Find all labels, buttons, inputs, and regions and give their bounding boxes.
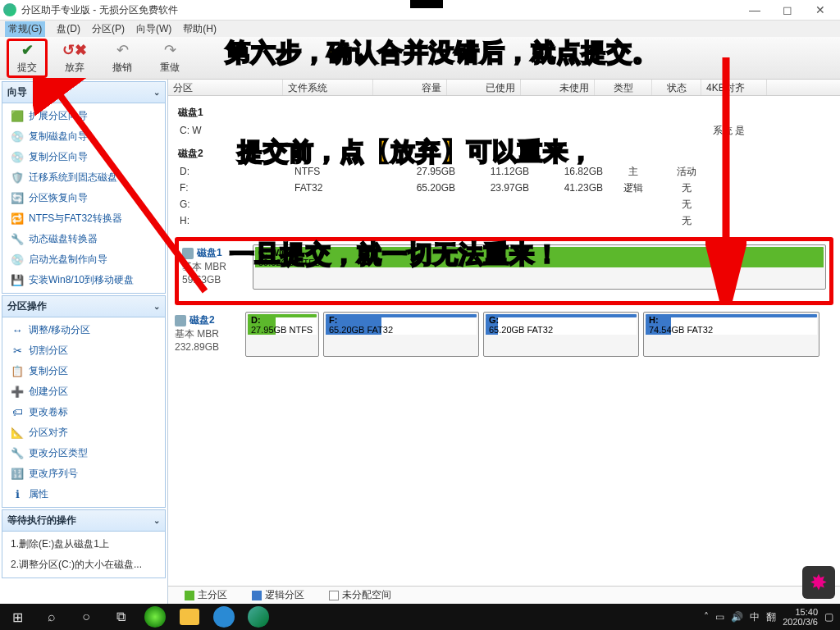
annotation-step6: 第六步，确认合并没错后，就点提交。 <box>226 36 658 70</box>
close-button[interactable]: ✕ <box>804 1 837 19</box>
menu-disk[interactable]: 盘(D) <box>57 22 80 36</box>
check-icon: ✔ <box>18 41 36 59</box>
tray-up-icon[interactable]: ˄ <box>704 611 709 623</box>
sidebar-item[interactable]: ➕创建分区 <box>2 381 165 402</box>
redo-icon: ↷ <box>161 41 179 59</box>
taskbar: ⊞ ⌕ ○ ⧉ ˄ ▭ 🔊 中 翻 15:402020/3/6 ▢ <box>0 604 840 630</box>
tray-display-icon[interactable]: ▭ <box>715 611 724 623</box>
watermark-icon: ✸ <box>802 566 835 599</box>
window-title: 分区助手专业版 - 无损分区免费软件 <box>21 3 738 17</box>
arrow-to-submit-icon <box>33 78 221 308</box>
panel-partition-ops: 分区操作⌄ ↔调整/移动分区✂切割分区📋复制分区➕创建分区🏷更改卷标📐分区对齐🔧… <box>2 295 166 508</box>
legend-primary: 主分区 <box>185 588 227 602</box>
item-icon: ➕ <box>11 386 24 399</box>
partition-bar[interactable]: F:65.20GB FAT32 <box>323 312 479 357</box>
taskbar-explorer[interactable] <box>172 604 207 630</box>
menu-help[interactable]: 帮助(H) <box>183 22 217 36</box>
item-icon: 🏷 <box>11 406 24 419</box>
maximize-button[interactable]: ◻ <box>771 1 804 19</box>
item-icon: 🔁 <box>11 212 24 226</box>
sidebar-item[interactable]: ↔调整/移动分区 <box>2 320 165 340</box>
tray-ime2[interactable]: 翻 <box>766 610 776 624</box>
taskbar-app3[interactable] <box>207 604 241 630</box>
sidebar-item[interactable]: 🔧更改分区类型 <box>2 443 165 463</box>
menu-bar: 常规(G) 盘(D) 分区(P) 向导(W) 帮助(H) <box>0 21 840 37</box>
item-icon: 🔄 <box>11 192 24 205</box>
col-free[interactable]: 未使用 <box>521 80 595 95</box>
undo-button[interactable]: ↶ 撤销 <box>102 39 143 78</box>
sidebar-item[interactable]: 🔢更改序列号 <box>2 463 165 484</box>
disk-icon <box>175 315 186 326</box>
taskview-button[interactable]: ⧉ <box>103 604 138 630</box>
sidebar-item[interactable]: ✂切割分区 <box>2 340 165 361</box>
item-icon: ℹ <box>11 488 24 501</box>
col-used[interactable]: 已使用 <box>447 80 521 95</box>
disk-info: 磁盘2基本 MBR232.89GB <box>175 312 240 357</box>
partition-bar[interactable]: G:65.20GB FAT32 <box>483 312 639 357</box>
legend: 主分区 逻辑分区 未分配空间 <box>168 586 840 604</box>
annotation-discard: 提交前，点【放弃】可以重来， <box>238 135 594 169</box>
start-button[interactable]: ⊞ <box>0 604 34 630</box>
legend-unalloc: 未分配空间 <box>329 588 391 602</box>
sidebar-item[interactable]: 📐分区对齐 <box>2 422 165 443</box>
cortana-button[interactable]: ○ <box>69 604 103 630</box>
menu-wizard[interactable]: 向导(W) <box>136 22 171 36</box>
tray-clock[interactable]: 15:402020/3/6 <box>783 607 818 627</box>
item-icon: 🔧 <box>11 447 24 460</box>
app-logo-icon <box>3 3 16 16</box>
sidebar-item[interactable]: ℹ属性 <box>2 484 165 504</box>
tray-volume-icon[interactable]: 🔊 <box>731 611 743 623</box>
item-icon: ✂ <box>11 345 24 358</box>
x-icon: ↺✖ <box>66 41 84 59</box>
arrow-down-icon <box>705 57 746 304</box>
item-icon: 💿 <box>11 253 24 267</box>
item-icon: 🔢 <box>11 468 24 481</box>
item-icon: 💾 <box>11 274 24 287</box>
system-tray: ˄ ▭ 🔊 中 翻 15:402020/3/6 ▢ <box>704 607 840 627</box>
item-icon: 💿 <box>11 151 24 164</box>
annotation-warning: 一旦提交，就一切无法重来！ <box>230 238 560 272</box>
menu-general[interactable]: 常规(G) <box>5 21 45 37</box>
minimize-button[interactable]: — <box>738 1 771 19</box>
col-filesystem[interactable]: 文件系统 <box>283 80 373 95</box>
svg-line-0 <box>53 86 205 291</box>
item-icon: 🟩 <box>11 110 24 123</box>
taskbar-app1[interactable] <box>138 604 172 630</box>
item-icon: ↔ <box>11 324 24 337</box>
col-status[interactable]: 状态 <box>652 80 701 95</box>
legend-logical: 逻辑分区 <box>252 588 304 602</box>
menu-partition[interactable]: 分区(P) <box>92 22 125 36</box>
item-icon: 🛡️ <box>11 171 24 185</box>
pending-op[interactable]: 1.删除(E:)盘从磁盘1上 <box>2 534 165 555</box>
tray-ime1[interactable]: 中 <box>750 610 760 624</box>
title-bar: 分区助手专业版 - 无损分区免费软件 — ◻ ✕ <box>0 0 840 21</box>
disk2-box[interactable]: 磁盘2基本 MBR232.89GBD:27.95GB NTFSF:65.20GB… <box>175 312 833 357</box>
item-icon: 📋 <box>11 365 24 378</box>
panel-pending-ops: 等待执行的操作⌄ 1.删除(E:)盘从磁盘1上2.调整分区(C:)的大小在磁盘.… <box>2 509 166 578</box>
pending-op[interactable]: 2.调整分区(C:)的大小在磁盘... <box>2 555 165 575</box>
undo-icon: ↶ <box>113 41 131 59</box>
discard-button[interactable]: ↺✖ 放弃 <box>54 39 95 78</box>
item-icon: 💿 <box>11 130 24 144</box>
partition-bar[interactable]: H:74.54GB FAT32 <box>643 312 819 357</box>
col-type[interactable]: 类型 <box>595 80 652 95</box>
submit-button[interactable]: ✔ 提交 <box>7 39 48 78</box>
item-icon: 🔧 <box>11 233 24 246</box>
search-button[interactable]: ⌕ <box>34 604 69 630</box>
col-capacity[interactable]: 容量 <box>373 80 447 95</box>
sidebar-item[interactable]: 📋复制分区 <box>2 361 165 381</box>
taskbar-app4[interactable] <box>241 604 276 630</box>
notch <box>410 0 443 8</box>
collapse-icon: ⌄ <box>153 516 160 525</box>
panel-pending-header[interactable]: 等待执行的操作⌄ <box>2 510 165 532</box>
sidebar-item[interactable]: 🏷更改卷标 <box>2 402 165 422</box>
partition-bar[interactable]: D:27.95GB NTFS <box>245 312 319 357</box>
item-icon: 📐 <box>11 427 24 440</box>
tray-notifications-icon[interactable]: ▢ <box>824 611 833 623</box>
redo-button[interactable]: ↷ 重做 <box>149 39 190 78</box>
